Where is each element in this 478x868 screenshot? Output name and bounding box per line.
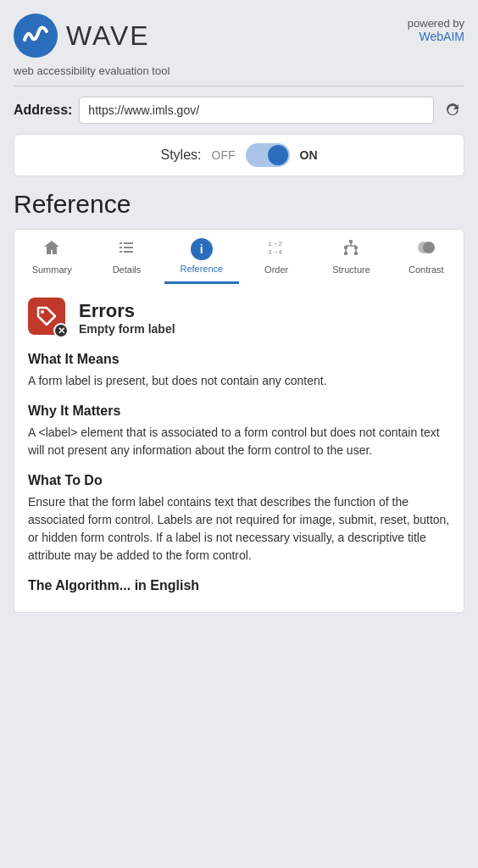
tab-summary-label: Summary <box>32 264 72 275</box>
header: WAVE powered by WebAIM <box>0 0 478 64</box>
section-body-what-to-do: Ensure that the form label contains text… <box>28 493 450 565</box>
list-icon <box>117 238 136 261</box>
powered-by-area: powered by WebAIM <box>408 14 464 43</box>
page-section-heading: Reference <box>0 186 478 229</box>
tab-contrast-label: Contrast <box>409 264 444 275</box>
error-title-area: Errors Empty form label <box>79 300 175 336</box>
refresh-button[interactable] <box>441 98 464 122</box>
address-bar: Address: <box>0 86 478 134</box>
home-icon <box>42 238 61 261</box>
svg-rect-4 <box>119 251 122 253</box>
svg-rect-12 <box>354 252 358 255</box>
webaim-link[interactable]: WebAIM <box>420 30 464 43</box>
styles-label: Styles: <box>160 147 201 163</box>
wave-logo-icon <box>14 14 58 58</box>
svg-text:1→2: 1→2 <box>268 240 282 248</box>
contrast-icon <box>417 238 436 261</box>
svg-rect-0 <box>119 242 122 244</box>
svg-point-19 <box>423 242 435 253</box>
section-title-what-to-do: What To Do <box>28 473 450 488</box>
tab-order-label: Order <box>264 264 288 275</box>
svg-rect-3 <box>124 247 133 248</box>
styles-toggle-row: Styles: OFF ON <box>14 134 464 176</box>
section-body-what-it-means: A form label is present, but does not co… <box>28 372 450 390</box>
svg-point-20 <box>41 310 44 314</box>
tab-order[interactable]: 1→2 3→4 Order <box>239 230 314 284</box>
tab-structure[interactable]: Structure <box>314 230 388 284</box>
tab-details-label: Details <box>113 264 142 275</box>
order-icon: 1→2 3→4 <box>267 238 286 261</box>
structure-icon <box>342 238 360 261</box>
app-subtitle: web accessibility evaluation tool <box>0 64 478 86</box>
tab-details[interactable]: Details <box>89 230 164 284</box>
powered-by-label: powered by <box>408 17 464 30</box>
toggle-off-label: OFF <box>212 148 236 162</box>
section-title-what-it-means: What It Means <box>28 352 450 367</box>
tab-contrast[interactable]: Contrast <box>389 230 464 284</box>
tab-reference[interactable]: i Reference <box>164 230 239 284</box>
svg-rect-8 <box>349 240 353 243</box>
error-x-badge: ✕ <box>53 323 69 338</box>
tab-summary[interactable]: Summary <box>14 230 89 284</box>
error-header: ✕ Errors Empty form label <box>28 298 450 338</box>
svg-rect-5 <box>124 251 133 253</box>
error-category: Errors <box>79 300 175 322</box>
svg-rect-1 <box>124 242 133 244</box>
svg-rect-11 <box>344 252 347 255</box>
logo-area: WAVE <box>14 14 150 58</box>
tab-reference-label: Reference <box>180 264 223 274</box>
error-icon-container: ✕ <box>28 298 69 338</box>
svg-rect-2 <box>119 247 122 248</box>
tab-bar: Summary Details i Reference 1→2 3→4 Orde… <box>14 229 464 284</box>
tab-structure-label: Structure <box>332 264 370 275</box>
styles-toggle[interactable] <box>246 143 290 167</box>
toggle-knob <box>268 145 288 165</box>
address-input[interactable] <box>79 97 434 124</box>
app-title: WAVE <box>66 20 150 52</box>
info-circle-icon: i <box>191 238 213 260</box>
content-area: ✕ Errors Empty form label What It Means … <box>14 284 464 613</box>
svg-text:3→4: 3→4 <box>268 248 282 256</box>
error-subtitle: Empty form label <box>79 322 175 336</box>
section-title-why-it-matters: Why It Matters <box>28 403 450 419</box>
toggle-on-label: ON <box>300 148 318 162</box>
address-label: Address: <box>14 103 72 118</box>
section-title-algorithm: The Algorithm... in English <box>28 578 450 593</box>
section-body-why-it-matters: A <label> element that is associated to … <box>28 424 450 459</box>
